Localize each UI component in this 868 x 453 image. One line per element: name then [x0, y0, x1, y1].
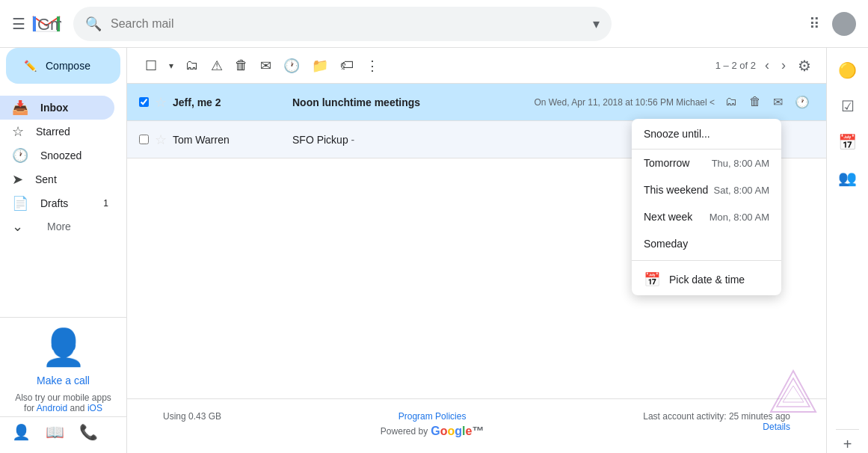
- pagination-prev-button[interactable]: ‹: [762, 55, 772, 76]
- sidebar-item-starred[interactable]: ☆ Starred: [0, 120, 114, 144]
- snooze-weekend-time: Sat, 8:00 AM: [714, 185, 769, 196]
- snooze-someday[interactable]: Someday: [632, 230, 781, 257]
- search-dropdown-icon[interactable]: ▾: [593, 16, 600, 32]
- email-checkbox-1[interactable]: [139, 97, 149, 107]
- snooze-this-weekend[interactable]: This weekend Sat, 8:00 AM: [632, 176, 781, 203]
- email-subject-text-1: Noon lunchtime meetings: [292, 96, 420, 108]
- email-subject-text-2: SFO Pickup: [292, 134, 348, 146]
- phone-icon[interactable]: 📞: [79, 423, 98, 441]
- program-policies-anchor[interactable]: Program Policies: [398, 411, 467, 422]
- sidebar-item-inbox-label: Inbox: [40, 102, 68, 114]
- phone-book-icon[interactable]: 📖: [46, 423, 64, 441]
- search-icon: 🔍: [85, 16, 102, 32]
- email-meta-1: On Wed, Apr 11, 2018 at 10:56 PM Michael…: [534, 92, 814, 112]
- sidebar-more-button[interactable]: ⌄ More: [0, 215, 126, 238]
- keep-icon[interactable]: 🟡: [831, 54, 864, 87]
- email-checkbox-2[interactable]: [139, 135, 149, 144]
- svg-rect-0: [33, 16, 36, 31]
- right-panel-add: +: [836, 429, 860, 453]
- email-delete-btn-1[interactable]: 🗑: [745, 92, 766, 112]
- compose-label: Compose: [46, 60, 90, 72]
- topbar-right: ⠿: [803, 9, 856, 39]
- snooze-header: Snooze until...: [632, 119, 781, 150]
- report-spam-button[interactable]: ⚠: [205, 53, 229, 78]
- sidebar-item-inbox[interactable]: 📥 Inbox: [0, 96, 114, 120]
- calendar-icon[interactable]: 📅: [831, 126, 864, 158]
- mark-unread-button[interactable]: ✉: [254, 53, 277, 78]
- footer-row: Using 0.43 GB Program Policies Powered b…: [139, 411, 814, 441]
- star-icon-1[interactable]: ☆: [155, 94, 167, 111]
- table-row[interactable]: ☆ Jeff, me 2 Noon lunchtime meetings On …: [127, 84, 826, 121]
- sidebar-more-label: More: [47, 221, 71, 232]
- email-hover-actions-1: 🗂 🗑 ✉ 🕐: [721, 92, 814, 112]
- snooze-tomorrow-label: Tomorrow: [644, 157, 689, 169]
- snooze-someday-label: Someday: [644, 238, 688, 250]
- snooze-next-week-time: Mon, 8:00 AM: [710, 212, 769, 223]
- google-logo: Google™: [431, 425, 484, 438]
- contacts-icon[interactable]: 👥: [831, 161, 864, 194]
- email-mark-unread-btn-1[interactable]: ✉: [769, 92, 787, 112]
- move-to-button[interactable]: 📁: [306, 53, 334, 78]
- select-dropdown-icon[interactable]: ▾: [163, 56, 179, 76]
- add-addon-icon[interactable]: +: [836, 428, 860, 453]
- snooze-tomorrow-time: Thu, 8:00 AM: [712, 158, 769, 169]
- pagination: 1 – 2 of 2 ‹ › ⚙: [715, 54, 814, 78]
- star-icon-2[interactable]: ☆: [155, 132, 167, 148]
- snooze-dropdown: Snooze until... Tomorrow Thu, 8:00 AM Th…: [632, 119, 781, 295]
- select-all-checkbox[interactable]: ☐: [139, 53, 163, 78]
- powered-by-text: Powered by: [381, 426, 428, 437]
- sidebar-item-starred-label: Starred: [36, 126, 70, 138]
- sidebar-item-drafts[interactable]: 📄 Drafts 1: [0, 191, 114, 215]
- menu-icon[interactable]: ☰: [12, 15, 25, 33]
- sidebar-item-snoozed-label: Snoozed: [40, 150, 81, 161]
- label-button[interactable]: 🏷: [334, 53, 360, 78]
- sidebar-bottom-icons: 👤 📖 📞: [0, 416, 126, 447]
- archive-button[interactable]: 🗂: [179, 53, 205, 78]
- avatar[interactable]: [832, 12, 856, 36]
- sidebar-item-sent[interactable]: ➤ Sent: [0, 167, 114, 191]
- apps-icon[interactable]: ⠿: [803, 9, 826, 39]
- email-snippet-2: -: [351, 134, 355, 146]
- details-link[interactable]: Details: [763, 422, 790, 432]
- email-subject-1: Noon lunchtime meetings: [292, 96, 534, 108]
- make-call-link[interactable]: Make a call: [12, 375, 114, 386]
- tasks-icon[interactable]: ☑: [834, 90, 862, 123]
- svg-marker-5: [783, 386, 804, 402]
- inbox-icon: 📥: [12, 99, 28, 116]
- snooze-tomorrow[interactable]: Tomorrow Thu, 8:00 AM: [632, 150, 781, 176]
- snooze-next-week[interactable]: Next week Mon, 8:00 AM: [632, 203, 781, 230]
- snooze-divider: [632, 260, 781, 261]
- drafts-badge: 1: [103, 198, 108, 209]
- sidebar-item-drafts-label: Drafts: [40, 197, 68, 209]
- gmail-logo: Gmail: [31, 13, 61, 34]
- sidebar: ✏️ Compose 📥 Inbox ☆ Starred 🕐 Snoozed ➤…: [0, 48, 127, 453]
- snooze-toolbar-button[interactable]: 🕐: [277, 53, 306, 78]
- meet-icon: 👤: [12, 327, 114, 369]
- email-sender-1: Jeff, me 2: [173, 96, 292, 108]
- svg-text:Gmail: Gmail: [37, 15, 61, 34]
- snooze-pick-date[interactable]: 📅 Pick date & time: [632, 264, 781, 295]
- sidebar-item-snoozed[interactable]: 🕐 Snoozed: [0, 144, 114, 167]
- right-panel: 🟡 ☑ 📅 👥 +: [826, 48, 868, 453]
- settings-icon[interactable]: ⚙: [795, 54, 814, 78]
- powered-by: Powered by Google™: [381, 425, 484, 438]
- mobile-apps-text: Also try our mobile apps for Android and…: [12, 392, 114, 413]
- snooze-next-week-label: Next week: [644, 211, 692, 223]
- search-input[interactable]: [111, 17, 593, 31]
- delete-button[interactable]: 🗑: [229, 53, 254, 78]
- more-actions-button[interactable]: ⋮: [360, 53, 385, 78]
- toolbar: ☐ ▾ 🗂 ⚠ 🗑 ✉ 🕐 📁 🏷 ⋮ 1 – 2 of 2 ‹ › ⚙: [127, 48, 826, 84]
- program-policies-link[interactable]: Program Policies: [381, 411, 484, 422]
- topbar: ☰ Gmail 🔍 ▾ ⠿: [0, 0, 868, 48]
- snooze-weekend-label: This weekend: [644, 184, 708, 196]
- search-box[interactable]: 🔍 ▾: [73, 7, 612, 41]
- pagination-next-button[interactable]: ›: [778, 55, 789, 76]
- email-snooze-btn-1[interactable]: 🕐: [790, 92, 814, 112]
- compose-button[interactable]: ✏️ Compose: [6, 48, 120, 84]
- main-content: ☐ ▾ 🗂 ⚠ 🗑 ✉ 🕐 📁 🏷 ⋮ 1 – 2 of 2 ‹ › ⚙ ☆: [127, 48, 826, 453]
- ios-link[interactable]: iOS: [87, 403, 102, 413]
- android-link[interactable]: Android: [37, 403, 67, 413]
- email-archive-btn-1[interactable]: 🗂: [721, 92, 742, 112]
- snoozed-icon: 🕐: [12, 147, 28, 164]
- people-icon[interactable]: 👤: [12, 423, 31, 441]
